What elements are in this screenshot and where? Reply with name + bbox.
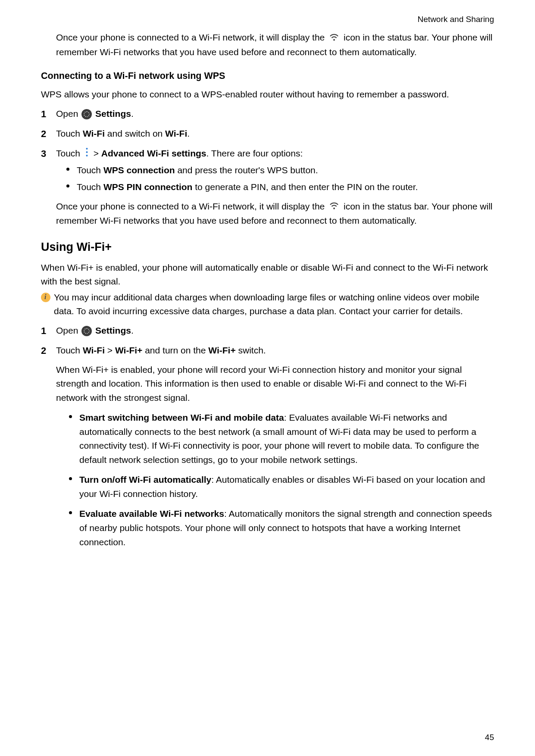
text: . [131,325,134,335]
text: . [187,128,190,138]
text: and press the router's WPS button. [175,165,318,175]
wps-connection-label: WPS connection [103,165,175,175]
page-number: 45 [485,733,494,742]
feature-title: Evaluate available Wi-Fi networks [79,509,224,519]
bullet-icon [66,180,77,187]
bullet-icon [69,473,79,480]
feature-title: Turn on/off Wi-Fi automatically [79,475,211,484]
text: Touch [56,128,83,138]
bullet-icon [69,507,79,514]
text: . There are four options: [206,148,303,158]
step3-outro: Once your phone is connected to a Wi-Fi … [56,200,494,228]
page-header: Network and Sharing [41,13,494,25]
text: > [105,345,115,355]
step-number: 1 [41,107,56,122]
text: and switch on [105,128,165,138]
sect1-intro: WPS allows your phone to connect to a WP… [41,87,494,102]
svg-point-2 [86,151,88,153]
text: Once your phone is connected to a Wi-Fi … [56,32,327,42]
step-3: 3 Touch > Advanced Wi-Fi settings. There… [41,147,494,228]
text: Touch [77,165,103,175]
text: to generate a PIN, and then enter the PI… [192,182,418,192]
wifi-icon [329,31,339,46]
settings-icon [81,326,92,336]
svg-point-0 [333,39,335,41]
bullet-icon [66,163,77,171]
bullet-icon [69,411,79,418]
wifi-icon [329,200,339,214]
wifi-plus-label: Wi-Fi+ [208,345,235,355]
sub-bullet: Touch WPS PIN connection to generate a P… [66,180,494,194]
text: Touch [56,345,83,355]
wifi-label: Wi-Fi [83,128,105,138]
step-number: 2 [41,344,56,358]
step-1: 1 Open Settings. [41,107,494,122]
feature-bullet: Evaluate available Wi-Fi networks: Autom… [69,507,494,549]
text: Open [56,325,81,335]
step-number: 3 [41,147,56,161]
wifi-plus-label: Wi-Fi+ [115,345,142,355]
wifi-label: Wi-Fi [83,345,105,355]
info-text: You may incur additional data charges wh… [54,291,494,319]
step-number: 1 [41,324,56,338]
text: Touch [77,182,103,192]
text: > [94,148,101,158]
text: switch. [236,345,266,355]
more-icon [85,147,88,161]
text: Touch [56,148,83,158]
sub-bullet: Touch WPS connection and press the route… [66,163,494,178]
feature-title: Smart switching between Wi-Fi and mobile… [79,412,284,422]
text: Once your phone is connected to a Wi-Fi … [56,201,327,211]
wfp-step-1: 1 Open Settings. [41,324,494,338]
wifi-label: Wi-Fi [165,128,187,138]
feature-bullet: Turn on/off Wi-Fi automatically: Automat… [69,473,494,501]
text: . [131,109,134,119]
svg-point-3 [86,155,88,156]
settings-label: Settings [95,109,131,119]
settings-label: Settings [95,325,131,335]
settings-icon [81,109,92,119]
svg-point-4 [333,207,335,209]
wfp-intro: When Wi-Fi+ is enabled, your phone will … [41,261,494,289]
section-heading-wps: Connecting to a Wi-Fi network using WPS [41,69,494,83]
step-2: 2 Touch Wi-Fi and switch on Wi-Fi. [41,127,494,141]
intro-para: Once your phone is connected to a Wi-Fi … [56,31,494,59]
wfp-step2-para: When Wi-Fi+ is enabled, your phone will … [56,363,494,405]
svg-point-1 [86,148,88,150]
wps-pin-label: WPS PIN connection [103,182,193,192]
text: and turn on the [142,345,208,355]
info-note: You may incur additional data charges wh… [41,291,494,319]
info-icon [41,293,50,302]
wfp-step-2: 2 Touch Wi-Fi > Wi-Fi+ and turn on the W… [41,344,494,549]
text: Open [56,109,81,119]
section-heading-wifi-plus: Using Wi-Fi+ [41,238,494,256]
adv-wifi-label: Advanced Wi-Fi settings [101,148,206,158]
step-number: 2 [41,127,56,141]
feature-bullet: Smart switching between Wi-Fi and mobile… [69,411,494,467]
